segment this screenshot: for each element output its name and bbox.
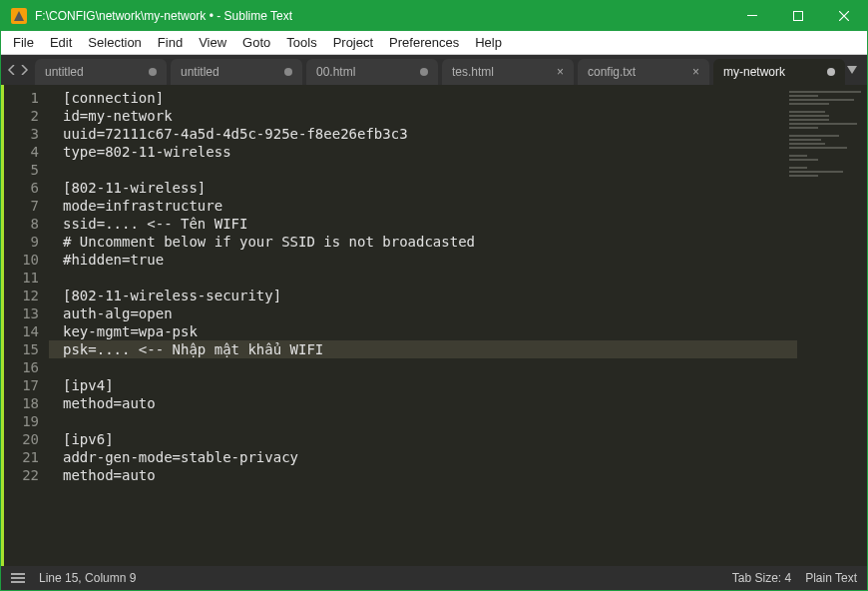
code-line[interactable]: method=auto [63, 394, 867, 412]
line-gutter: 12345678910111213141516171819202122 [1, 85, 49, 566]
tab-scroll-left-icon[interactable] [7, 61, 17, 79]
line-number: 12 [1, 287, 39, 304]
tab[interactable]: 00.html [306, 59, 438, 85]
code-line[interactable] [63, 269, 867, 287]
menu-find[interactable]: Find [150, 33, 191, 52]
code-line[interactable]: [ipv6] [63, 430, 867, 448]
menu-goto[interactable]: Goto [234, 33, 278, 52]
line-number: 16 [1, 358, 39, 376]
status-tab-size[interactable]: Tab Size: 4 [732, 571, 791, 585]
tab[interactable]: my-network [713, 59, 845, 85]
line-number: 2 [1, 107, 39, 125]
line-number: 18 [1, 394, 39, 412]
code-line[interactable]: uuid=72111c67-4a5d-4d5c-925e-f8ee26efb3c… [63, 125, 867, 143]
code-line[interactable]: # Uncomment below if your SSID is not br… [63, 233, 867, 251]
dirty-indicator-icon [284, 68, 292, 76]
code-line[interactable]: id=my-network [63, 107, 867, 125]
dirty-indicator-icon [827, 68, 835, 76]
menu-view[interactable]: View [191, 33, 234, 52]
tab-scroll-right-icon[interactable] [19, 61, 29, 79]
menu-project[interactable]: Project [325, 33, 381, 52]
tab-label: config.txt [588, 65, 636, 79]
status-menu-icon[interactable] [11, 573, 25, 583]
tab[interactable]: config.txt× [578, 59, 709, 85]
window-buttons [729, 1, 867, 31]
menu-file[interactable]: File [5, 33, 42, 52]
tab-label: untitled [45, 65, 84, 79]
code-line[interactable] [63, 412, 867, 430]
tab-close-icon[interactable]: × [692, 66, 699, 78]
line-number: 20 [1, 430, 39, 448]
code-line[interactable]: auth-alg=open [63, 304, 867, 322]
tab-overflow-icon[interactable] [837, 55, 867, 85]
minimap[interactable] [789, 91, 861, 201]
code-line[interactable]: method=auto [63, 466, 867, 484]
code-line[interactable]: type=802-11-wireless [63, 143, 867, 161]
menu-bar: File Edit Selection Find View Goto Tools… [1, 31, 867, 55]
line-number: 8 [1, 215, 39, 233]
titlebar: F:\CONFIG\network\my-network • - Sublime… [1, 1, 867, 31]
code-line[interactable]: mode=infrastructure [63, 197, 867, 215]
editor-area[interactable]: 12345678910111213141516171819202122 [con… [1, 85, 867, 566]
dirty-indicator-icon [149, 68, 157, 76]
line-number: 15 [1, 340, 39, 358]
minimize-button[interactable] [729, 1, 775, 31]
code-line[interactable]: [802-11-wireless-security] [63, 287, 867, 304]
tab-nav-arrows [1, 55, 35, 85]
menu-preferences[interactable]: Preferences [381, 33, 467, 52]
tab-label: tes.html [452, 65, 494, 79]
dirty-indicator-icon [420, 68, 428, 76]
menu-selection[interactable]: Selection [80, 33, 149, 52]
line-number: 5 [1, 161, 39, 179]
close-button[interactable] [821, 1, 867, 31]
tab-bar: untitleduntitled00.htmltes.html×config.t… [1, 55, 867, 85]
line-number: 9 [1, 233, 39, 251]
line-number: 22 [1, 466, 39, 484]
line-number: 7 [1, 197, 39, 215]
tab-close-icon[interactable]: × [557, 66, 564, 78]
line-number: 10 [1, 251, 39, 269]
line-number: 14 [1, 322, 39, 340]
line-number: 21 [1, 448, 39, 466]
status-syntax[interactable]: Plain Text [805, 571, 857, 585]
code-line[interactable] [63, 358, 867, 376]
tab[interactable]: untitled [35, 59, 167, 85]
tab[interactable]: untitled [171, 59, 302, 85]
line-number: 4 [1, 143, 39, 161]
svg-rect-1 [794, 12, 803, 21]
code-line[interactable]: ssid=.... <-- Tên WIFI [63, 215, 867, 233]
svg-rect-0 [747, 15, 757, 16]
status-bar: Line 15, Column 9 Tab Size: 4 Plain Text [1, 566, 867, 590]
line-number: 19 [1, 412, 39, 430]
code-line[interactable]: [connection] [63, 89, 867, 107]
status-position[interactable]: Line 15, Column 9 [39, 571, 136, 585]
line-number: 17 [1, 376, 39, 394]
menu-help[interactable]: Help [467, 33, 510, 52]
code-line[interactable]: addr-gen-mode=stable-privacy [63, 448, 867, 466]
app-window: F:\CONFIG\network\my-network • - Sublime… [0, 0, 868, 591]
maximize-button[interactable] [775, 1, 821, 31]
line-number: 11 [1, 269, 39, 287]
code-view[interactable]: [connection]id=my-networkuuid=72111c67-4… [49, 85, 867, 566]
tab-label: untitled [181, 65, 219, 79]
line-number: 6 [1, 179, 39, 197]
menu-tools[interactable]: Tools [278, 33, 324, 52]
window-title: F:\CONFIG\network\my-network • - Sublime… [35, 9, 729, 23]
line-number: 3 [1, 125, 39, 143]
code-line[interactable]: #hidden=true [63, 251, 867, 269]
gutter-modified-indicator [1, 85, 4, 566]
tab-label: 00.html [316, 65, 355, 79]
line-number: 1 [1, 89, 39, 107]
code-line[interactable] [63, 161, 867, 179]
code-line[interactable]: [ipv4] [63, 376, 867, 394]
code-line[interactable]: key-mgmt=wpa-psk [63, 322, 867, 340]
tab-label: my-network [723, 65, 785, 79]
code-line[interactable]: psk=.... <-- Nhập mật khẩu WIFI [49, 340, 797, 358]
line-number: 13 [1, 304, 39, 322]
code-line[interactable]: [802-11-wireless] [63, 179, 867, 197]
menu-edit[interactable]: Edit [42, 33, 80, 52]
sublime-logo-icon [11, 8, 27, 24]
tab[interactable]: tes.html× [442, 59, 574, 85]
